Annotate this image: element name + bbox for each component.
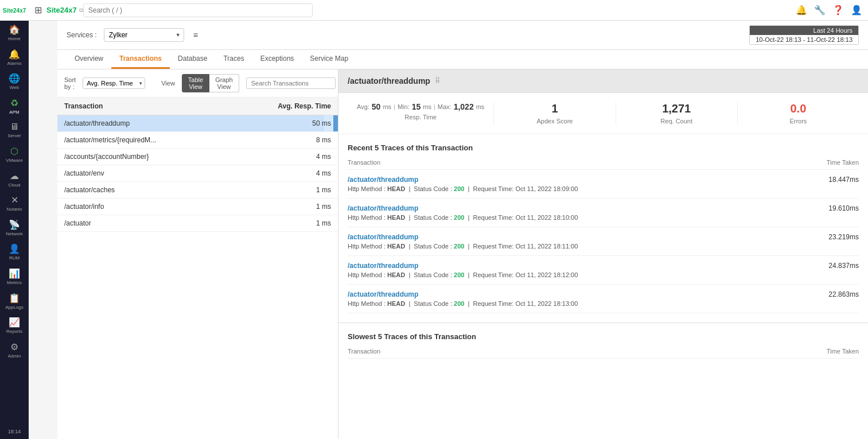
th-time-taken: Time Taken bbox=[801, 348, 859, 355]
sidebar-item-cloud[interactable]: ☁ Cloud bbox=[0, 167, 29, 192]
txn-time: 1 ms bbox=[274, 186, 331, 194]
trace-name: /actuator/threaddump bbox=[348, 233, 801, 241]
col-time-header: Avg. Resp. Time bbox=[274, 102, 331, 110]
table-row[interactable]: /actuator/caches 1 ms bbox=[57, 182, 338, 199]
sidebar-logo: Site24x7 bbox=[0, 0, 29, 21]
txn-time: 4 ms bbox=[274, 169, 331, 177]
trace-method: HEAD bbox=[387, 185, 405, 192]
service-selector[interactable]: Zylker bbox=[104, 28, 184, 42]
left-panel: Sort by : Avg. Resp. Time View Table Vie… bbox=[57, 69, 338, 439]
rum-icon: 👤 bbox=[9, 243, 20, 254]
sidebar-item-label: RUM bbox=[9, 255, 20, 261]
trace-method: HEAD bbox=[387, 214, 405, 221]
trace-request-time: Oct 11, 2022 18:12:00 bbox=[515, 271, 578, 278]
sidebar-item-apm[interactable]: ♻ APM bbox=[0, 94, 29, 119]
recent-traces-title: Recent 5 Traces of this Transaction bbox=[348, 143, 859, 152]
txn-name: /actuator/info bbox=[64, 203, 274, 211]
date-range-label: Last 24 Hours bbox=[750, 26, 858, 35]
trace-time: 22.863ms bbox=[801, 290, 859, 298]
sidebar-item-reports[interactable]: 📈 Reports bbox=[0, 313, 29, 338]
right-panel-header: /actuator/threaddump ⠿ bbox=[338, 69, 868, 93]
sidebar-item-vmware[interactable]: ⬡ VMware bbox=[0, 142, 29, 167]
sidebar-item-nutanix[interactable]: ✕ Nutanix bbox=[0, 191, 29, 216]
tab-service-map[interactable]: Service Map bbox=[302, 50, 356, 69]
sidebar-item-alarms[interactable]: 🔔 Alarms bbox=[0, 45, 29, 70]
trace-row[interactable]: /actuator/threaddump 18.447ms Http Metho… bbox=[348, 170, 859, 199]
avg-label: Avg: bbox=[357, 103, 369, 110]
trace-row[interactable]: /actuator/threaddump 22.863ms Http Metho… bbox=[348, 285, 859, 313]
errors-value: 0.0 bbox=[747, 102, 850, 115]
avg-value: 50 bbox=[372, 102, 381, 111]
view-toggle: Table View Graph View bbox=[182, 74, 239, 92]
sidebar-item-rum[interactable]: 👤 RUM bbox=[0, 240, 29, 265]
tab-traces[interactable]: Traces bbox=[215, 50, 252, 69]
home-icon: 🏠 bbox=[9, 24, 20, 35]
header-menu-icon[interactable]: ≡ bbox=[193, 30, 198, 40]
trace-detail: Http Method : HEAD | Status Code : 200 |… bbox=[348, 214, 859, 221]
sidebar-item-web[interactable]: 🌐 Web bbox=[0, 69, 29, 94]
trace-request-time: Oct 11, 2022 18:10:00 bbox=[515, 214, 578, 221]
sidebar-item-admin[interactable]: ⚙ Admin bbox=[0, 338, 29, 363]
trace-status: 200 bbox=[454, 185, 464, 192]
tab-transactions[interactable]: Transactions bbox=[111, 50, 170, 69]
sidebar-item-label: Network bbox=[6, 231, 22, 237]
sort-view-bar: Sort by : Avg. Resp. Time View Table Vie… bbox=[57, 69, 338, 98]
table-row[interactable]: /actuator/env 4 ms bbox=[57, 165, 338, 182]
table-row[interactable]: /accounts/{accountNumber} 4 ms bbox=[57, 149, 338, 165]
admin-icon: ⚙ bbox=[10, 341, 18, 352]
table-row[interactable]: /actuator 1 ms bbox=[57, 215, 338, 232]
alarms-icon: 🔔 bbox=[9, 49, 20, 60]
sidebar-item-network[interactable]: 📡 Network bbox=[0, 216, 29, 240]
sidebar-item-metrics[interactable]: 📊 Metrics bbox=[0, 265, 29, 289]
trace-name: /actuator/threaddump bbox=[348, 262, 801, 270]
service-select[interactable]: Zylker bbox=[104, 28, 184, 42]
service-label: Services : bbox=[67, 31, 97, 39]
max-label: Max: bbox=[438, 103, 451, 110]
sidebar-item-home[interactable]: 🏠 Home bbox=[0, 21, 29, 45]
server-icon: 🖥 bbox=[10, 122, 19, 132]
txn-name: /actuator/threaddump bbox=[64, 119, 274, 127]
network-icon: 📡 bbox=[9, 219, 20, 230]
trace-request-time: Oct 11, 2022 18:09:00 bbox=[515, 185, 578, 192]
trace-time: 24.837ms bbox=[801, 262, 859, 270]
sidebar-item-label: Admin bbox=[8, 353, 21, 359]
applogs-icon: 📋 bbox=[9, 293, 20, 304]
stat-req-count: 1,271 Req. Count bbox=[616, 102, 738, 125]
sidebar-time: 18:14 bbox=[8, 424, 21, 439]
stats-bar: Avg: 50 ms | Min: 15 ms | Max: 1,022 ms … bbox=[338, 93, 868, 134]
trace-row[interactable]: /actuator/threaddump 24.837ms Http Metho… bbox=[348, 256, 859, 285]
graph-view-button[interactable]: Graph View bbox=[209, 74, 239, 92]
trace-method: HEAD bbox=[387, 243, 405, 250]
sidebar-item-server[interactable]: 🖥 Server bbox=[0, 118, 29, 142]
sidebar-item-label: Alarms bbox=[7, 61, 22, 67]
sidebar-item-label: AppLogs bbox=[5, 305, 24, 310]
trace-status: 200 bbox=[454, 243, 464, 250]
sort-selector[interactable]: Avg. Resp. Time bbox=[83, 77, 145, 89]
view-label: View bbox=[161, 80, 175, 87]
trace-row[interactable]: /actuator/threaddump 23.219ms Http Metho… bbox=[348, 227, 859, 256]
sidebar-item-applogs[interactable]: 📋 AppLogs bbox=[0, 289, 29, 314]
txn-time: 50 ms bbox=[274, 119, 331, 127]
tab-database[interactable]: Database bbox=[170, 50, 215, 69]
trace-row[interactable]: /actuator/threaddump 19.610ms Http Metho… bbox=[348, 199, 859, 227]
logo-text: Site24x7 bbox=[3, 7, 26, 14]
tab-overview[interactable]: Overview bbox=[67, 50, 111, 69]
req-count-label: Req. Count bbox=[625, 118, 728, 125]
txn-time: 1 ms bbox=[274, 203, 331, 211]
tab-exceptions[interactable]: Exceptions bbox=[252, 50, 302, 69]
table-row[interactable]: /actuator/metrics/{requiredM... 8 ms bbox=[57, 132, 338, 149]
date-range[interactable]: Last 24 Hours 10-Oct-22 18:13 - 11-Oct-2… bbox=[749, 25, 859, 45]
sidebar-item-label: Nutanix bbox=[6, 207, 22, 212]
trace-time: 19.610ms bbox=[801, 204, 859, 212]
txn-name: /actuator bbox=[64, 219, 274, 227]
sidebar-item-label: APM bbox=[9, 110, 19, 115]
stat-apdex: 1 Apdex Score bbox=[494, 102, 616, 125]
table-view-button[interactable]: Table View bbox=[182, 74, 209, 92]
search-transactions-input[interactable] bbox=[246, 77, 336, 89]
sort-select[interactable]: Avg. Resp. Time bbox=[83, 77, 145, 89]
table-row[interactable]: /actuator/threaddump 50 ms bbox=[57, 115, 338, 132]
table-row[interactable]: /actuator/info 1 ms bbox=[57, 199, 338, 215]
trace-time: 23.219ms bbox=[801, 233, 859, 241]
date-range-value: 10-Oct-22 18:13 - 11-Oct-22 18:13 bbox=[750, 35, 858, 44]
move-icon: ⠿ bbox=[435, 77, 440, 85]
